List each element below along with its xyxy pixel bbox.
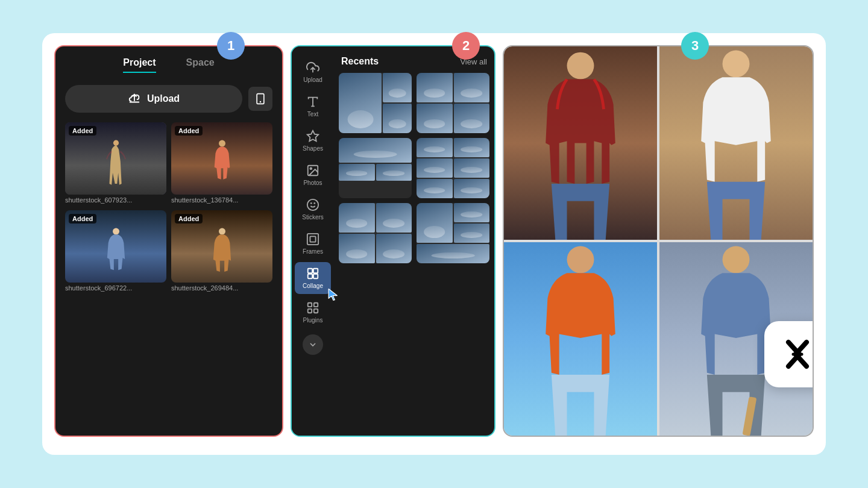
svg-point-28 <box>567 246 594 273</box>
collage-sidebar-label: Collage <box>303 283 323 289</box>
photo-label-1: shutterstock_607923... <box>65 195 166 205</box>
sidebar-item-upload[interactable]: Upload <box>295 56 331 88</box>
svg-point-4 <box>219 140 225 147</box>
upload-row: Upload <box>65 85 272 113</box>
step-badge-3: 3 <box>681 32 709 60</box>
svg-point-12 <box>310 167 312 169</box>
svg-rect-17 <box>310 236 315 242</box>
svg-rect-22 <box>308 303 312 307</box>
collage-template-6[interactable] <box>417 203 489 263</box>
photos-grid: Added shutterstock_607923... Added shutt… <box>55 117 282 298</box>
photo-item-4[interactable]: Added shutterstock_269484... <box>171 210 272 293</box>
sidebar-item-collage[interactable]: Collage <box>295 262 331 294</box>
svg-marker-10 <box>307 131 318 141</box>
mobile-button[interactable] <box>248 87 272 111</box>
step-badge-2: 2 <box>452 32 480 60</box>
svg-rect-20 <box>308 274 312 278</box>
app-logo <box>764 321 814 387</box>
sidebar-item-frames[interactable]: Frames <box>295 228 331 260</box>
collage-template-1[interactable] <box>339 73 412 133</box>
stickers-sidebar-icon <box>306 198 319 211</box>
tab-project[interactable]: Project <box>123 57 156 73</box>
svg-point-29 <box>723 246 750 273</box>
chevron-down-icon <box>308 340 318 349</box>
photo-panel-3 <box>504 242 657 436</box>
added-badge-4: Added <box>175 214 203 224</box>
svg-point-27 <box>723 50 750 77</box>
collage-template-2[interactable] <box>417 73 489 133</box>
upload-sidebar-icon <box>306 61 319 74</box>
frames-sidebar-icon <box>306 233 319 246</box>
panel-collage: Upload Text Shapes <box>291 45 495 437</box>
upload-label: Upload <box>147 93 180 104</box>
svg-point-13 <box>307 199 318 210</box>
photo-panel-2 <box>659 46 813 240</box>
photos-sidebar-icon <box>306 164 319 177</box>
added-badge-3: Added <box>69 214 96 224</box>
recents-title: Recents <box>341 56 379 67</box>
step-badge-1: 1 <box>217 32 245 60</box>
collage-template-5[interactable] <box>339 203 412 263</box>
photo-item-2[interactable]: Added shutterstock_136784... <box>171 122 272 205</box>
added-badge-2: Added <box>175 126 203 136</box>
collage-sidebar-icon <box>306 267 319 280</box>
svg-point-3 <box>113 140 118 146</box>
svg-point-5 <box>113 228 119 235</box>
panel2-content: Recents View all <box>334 46 494 436</box>
shapes-sidebar-icon <box>306 130 319 143</box>
added-badge-1: Added <box>69 126 96 136</box>
sidebar-item-shapes[interactable]: Shapes <box>295 125 331 157</box>
photo-item-1[interactable]: Added shutterstock_607923... <box>65 122 166 205</box>
photo-label-4: shutterstock_269484... <box>171 283 272 293</box>
capcut-logo-icon <box>776 333 814 375</box>
plugins-sidebar-label: Plugins <box>303 317 323 324</box>
collage-template-3[interactable] <box>339 138 412 198</box>
shapes-sidebar-label: Shapes <box>303 145 323 152</box>
photo-label-3: shutterstock_696722... <box>65 283 166 293</box>
svg-rect-18 <box>308 269 312 273</box>
svg-point-6 <box>219 228 225 235</box>
sidebar-item-text[interactable]: Text <box>295 90 331 122</box>
svg-rect-19 <box>313 269 318 273</box>
mobile-icon <box>254 93 266 105</box>
collage-templates-grid <box>334 73 494 268</box>
sidebar-item-photos[interactable]: Photos <box>295 159 331 191</box>
upload-button[interactable]: Upload <box>65 85 242 113</box>
svg-rect-24 <box>308 309 312 313</box>
text-sidebar-icon <box>306 95 319 108</box>
upload-icon <box>128 92 141 105</box>
collage-template-4[interactable] <box>417 138 489 198</box>
main-container: 1 2 3 Project Space Upload <box>42 33 826 455</box>
sidebar-item-stickers[interactable]: Stickers <box>295 193 331 225</box>
panel-photos <box>503 45 814 437</box>
tabs-row: Project Space <box>55 46 282 78</box>
photo-item-3[interactable]: Added shutterstock_696722... <box>65 210 166 293</box>
stickers-sidebar-label: Stickers <box>302 214 324 221</box>
upload-sidebar-label: Upload <box>303 77 322 83</box>
more-button[interactable] <box>303 334 323 355</box>
frames-sidebar-label: Frames <box>303 248 323 255</box>
svg-rect-23 <box>314 303 318 307</box>
sidebar: Upload Text Shapes <box>292 46 334 436</box>
cursor-arrow <box>325 288 342 305</box>
text-sidebar-label: Text <box>307 111 318 117</box>
svg-rect-25 <box>314 309 318 313</box>
svg-rect-21 <box>313 274 318 278</box>
svg-rect-16 <box>307 234 318 245</box>
tab-space[interactable]: Space <box>186 57 215 73</box>
panel-project-space: Project Space Upload <box>54 45 283 437</box>
photo-panel-1 <box>504 46 657 240</box>
svg-point-26 <box>567 52 594 80</box>
photos-sidebar-label: Photos <box>303 180 322 186</box>
photo-label-2: shutterstock_136784... <box>171 195 272 205</box>
plugins-sidebar-icon <box>306 301 319 314</box>
